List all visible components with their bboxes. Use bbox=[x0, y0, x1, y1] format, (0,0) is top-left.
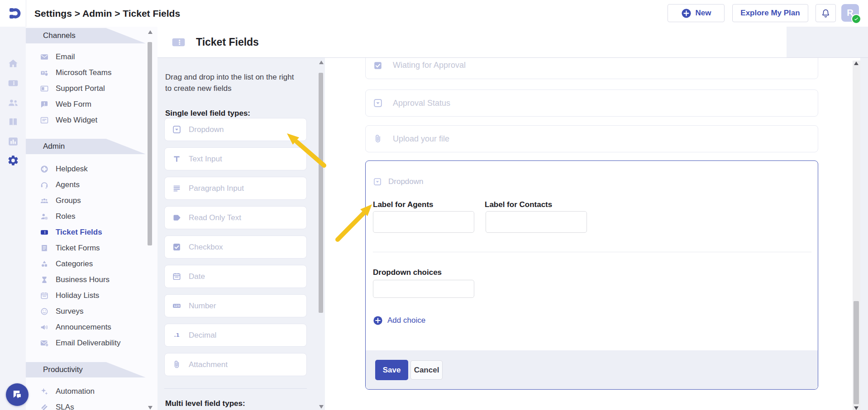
headset-icon bbox=[40, 180, 49, 189]
palette-card-dropdown[interactable]: Dropdown bbox=[164, 118, 307, 141]
chat-bubbles-icon bbox=[11, 388, 24, 401]
sidebar-item-surveys[interactable]: Surveys bbox=[26, 303, 157, 319]
palette-card-label: Date bbox=[189, 272, 205, 281]
save-button[interactable]: Save bbox=[375, 360, 408, 380]
sidebar-item-categories[interactable]: Categories bbox=[26, 256, 157, 272]
sidebar-item-microsoft-teams[interactable]: Microsoft Teams bbox=[26, 65, 157, 80]
sidebar-item-email-deliverability[interactable]: Email Deliverability bbox=[26, 335, 157, 351]
sidebar-item-label: Microsoft Teams bbox=[56, 68, 111, 77]
contacts-label-input[interactable] bbox=[486, 211, 587, 233]
help-chat-fab[interactable] bbox=[6, 383, 29, 406]
sidebar-item-announcements[interactable]: Announcements bbox=[26, 319, 157, 335]
palette-card-label: Decimal bbox=[189, 331, 216, 340]
sidebar-item-ticket-forms[interactable]: Ticket Forms bbox=[26, 240, 157, 256]
tickets-icon[interactable] bbox=[7, 77, 19, 89]
scrollbar-thumb[interactable] bbox=[854, 301, 859, 404]
knowledge-base-icon[interactable] bbox=[7, 116, 19, 128]
sidebar-item-label: Ticket Forms bbox=[56, 244, 100, 253]
plus-circle-icon bbox=[681, 8, 692, 19]
notifications-button[interactable] bbox=[816, 4, 836, 22]
agents-label-input[interactable] bbox=[373, 211, 474, 233]
plus-circle-icon bbox=[373, 316, 383, 325]
dropdown-choice-input[interactable] bbox=[373, 280, 474, 298]
sidebar-item-web-form[interactable]: Web Form bbox=[26, 96, 157, 112]
scroll-up-arrow[interactable] bbox=[854, 61, 858, 65]
field-card-upload-your-file[interactable]: Upload your file bbox=[365, 125, 818, 152]
checkbox-icon bbox=[373, 61, 383, 71]
email-icon bbox=[40, 52, 49, 61]
home-icon[interactable] bbox=[7, 58, 19, 70]
user-avatar[interactable]: R bbox=[841, 4, 859, 22]
cancel-button[interactable]: Cancel bbox=[410, 360, 443, 380]
sidebar-item-automation[interactable]: Automation bbox=[26, 383, 157, 399]
palette-card-attachment[interactable]: Attachment bbox=[164, 353, 307, 376]
explore-my-plan-button[interactable]: Explore My Plan bbox=[732, 4, 808, 22]
scroll-down-arrow[interactable] bbox=[148, 406, 153, 410]
sidebar-item-label: SLAs bbox=[56, 403, 74, 410]
palette-scrollbar[interactable] bbox=[318, 61, 324, 410]
scroll-up-arrow[interactable] bbox=[148, 30, 153, 34]
palette-card-label: Number bbox=[189, 302, 216, 311]
scroll-down-arrow[interactable] bbox=[319, 405, 324, 409]
dropdown-icon bbox=[373, 177, 382, 186]
scroll-down-arrow[interactable] bbox=[854, 406, 858, 410]
sidebar-item-label: Announcements bbox=[56, 323, 111, 332]
editor-divider bbox=[373, 252, 811, 252]
main-scrollbar[interactable] bbox=[853, 61, 860, 410]
sidebar-item-slas[interactable]: SLAs bbox=[26, 399, 157, 410]
module-rail bbox=[0, 27, 26, 410]
palette-card-text-input[interactable]: Text Input bbox=[164, 147, 307, 170]
palette-divider bbox=[164, 388, 307, 389]
scroll-up-arrow[interactable] bbox=[319, 61, 324, 64]
sidebar-item-helpdesk[interactable]: Helpdesk bbox=[26, 161, 157, 177]
sidebar-item-web-widget[interactable]: Web Widget bbox=[26, 112, 157, 128]
palette-card-read-only-text[interactable]: Read Only Text bbox=[164, 206, 307, 229]
decimal-icon bbox=[172, 330, 181, 340]
palette-card-checkbox[interactable]: Checkbox bbox=[164, 236, 307, 259]
reports-icon[interactable] bbox=[7, 136, 19, 147]
new-button[interactable]: New bbox=[668, 4, 725, 22]
field-card-label: Approval Status bbox=[393, 99, 450, 108]
app-root: 123 .1 Settings > Admin > Ticket Fields … bbox=[0, 0, 868, 410]
sidebar-item-groups[interactable]: Groups bbox=[26, 193, 157, 208]
fields-list: Wiating for Approval Approval Status Upl… bbox=[325, 58, 860, 410]
scrollbar-thumb[interactable] bbox=[319, 73, 323, 313]
field-card-waiting-for-approval[interactable]: Wiating for Approval bbox=[365, 58, 818, 79]
add-choice-button[interactable]: Add choice bbox=[373, 316, 425, 325]
sidebar-item-business-hours[interactable]: Business Hours bbox=[26, 272, 157, 287]
calendar-icon bbox=[172, 272, 181, 281]
ticket-icon bbox=[40, 228, 49, 237]
sidebar-item-email[interactable]: Email bbox=[26, 49, 157, 65]
slas-icon bbox=[40, 403, 49, 410]
sidebar-item-label: Business Hours bbox=[56, 275, 110, 284]
breadcrumb: Settings > Admin > Ticket Fields bbox=[34, 0, 180, 27]
palette-card-decimal[interactable]: Decimal bbox=[164, 324, 307, 347]
sidebar-item-support-portal[interactable]: Support Portal bbox=[26, 80, 157, 96]
sidebar-item-holiday-lists[interactable]: Holiday Lists bbox=[26, 287, 157, 303]
sidebar-item-ticket-fields[interactable]: Ticket Fields bbox=[26, 224, 157, 240]
settings-icon[interactable] bbox=[7, 155, 19, 166]
hourglass-icon bbox=[40, 275, 49, 284]
label-for-agents: Label for Agents bbox=[373, 200, 434, 209]
explore-button-label: Explore My Plan bbox=[740, 9, 800, 18]
palette-card-date[interactable]: Date bbox=[164, 265, 307, 288]
page-title: Ticket Fields bbox=[196, 27, 259, 57]
contacts-icon[interactable] bbox=[7, 97, 19, 108]
sidebar-item-agents[interactable]: Agents bbox=[26, 177, 157, 193]
palette-card-paragraph-input[interactable]: Paragraph Input bbox=[164, 177, 307, 200]
scrollbar-thumb[interactable] bbox=[148, 42, 152, 245]
add-choice-label: Add choice bbox=[387, 316, 425, 325]
field-card-approval-status[interactable]: Approval Status bbox=[365, 90, 818, 117]
palette-card-number[interactable]: Number bbox=[164, 294, 307, 317]
section-header-productivity: Productivity bbox=[26, 362, 157, 377]
brand-logo[interactable] bbox=[7, 5, 24, 22]
palette-card-label: Read Only Text bbox=[189, 213, 241, 222]
sidebar-item-roles[interactable]: Roles bbox=[26, 208, 157, 224]
bell-icon bbox=[820, 8, 831, 19]
helpdesk-icon bbox=[40, 165, 49, 174]
sidebar-item-label: Groups bbox=[56, 196, 81, 205]
web-form-icon bbox=[40, 100, 49, 109]
palette-card-label: Checkbox bbox=[189, 243, 223, 252]
sidebar-scrollbar[interactable] bbox=[147, 30, 153, 410]
settings-sidebar: Channels Email Microsoft Teams Support P… bbox=[26, 27, 157, 410]
